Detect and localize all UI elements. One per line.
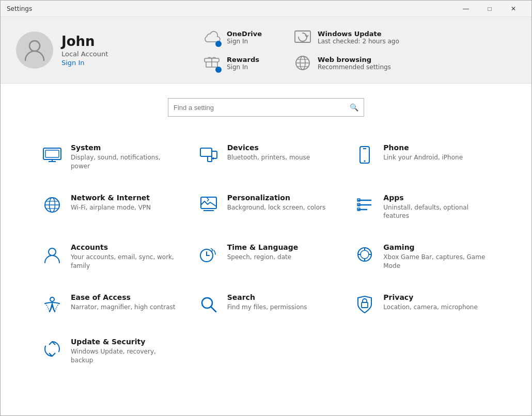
svg-rect-12 xyxy=(45,150,59,157)
privacy-text: Privacy Location, camera, microphone xyxy=(383,293,478,312)
rewards-info: Rewards Sign In xyxy=(227,56,259,71)
windows-update-status: Last checked: 2 hours ago xyxy=(318,38,399,45)
windows-update-info: Windows Update Last checked: 2 hours ago xyxy=(318,30,399,45)
settings-grid: System Display, sound, notifications, po… xyxy=(1,127,531,386)
search-text: Search Find my files, permissions xyxy=(227,293,307,312)
maximize-button[interactable]: □ xyxy=(478,1,502,17)
devices-title: Devices xyxy=(227,143,310,152)
settings-item-devices[interactable]: Devices Bluetooth, printers, mouse xyxy=(188,132,345,182)
accounts-text: Accounts Your accounts, email, sync, wor… xyxy=(71,243,178,270)
search-icon xyxy=(198,294,219,315)
settings-item-personalization[interactable]: Personalization Background, lock screen,… xyxy=(188,182,345,232)
service-item-onedrive[interactable]: OneDrive Sign In xyxy=(202,27,262,47)
phone-text: Phone Link your Android, iPhone xyxy=(383,143,463,162)
devices-text: Devices Bluetooth, printers, mouse xyxy=(227,143,310,162)
header-services: OneDrive Sign In Rewards xyxy=(202,27,516,73)
accounts-icon xyxy=(42,244,62,265)
network-title: Network & Internet xyxy=(71,194,151,202)
settings-item-phone[interactable]: Phone Link your Android, iPhone xyxy=(344,132,500,182)
search-input[interactable] xyxy=(174,104,350,111)
personalization-desc: Background, lock screen, colors xyxy=(227,203,326,212)
settings-item-apps[interactable]: Apps Uninstall, defaults, optional featu… xyxy=(344,182,500,232)
personalization-text: Personalization Background, lock screen,… xyxy=(227,194,326,212)
web-browsing-icon-wrap xyxy=(293,53,312,73)
time-desc: Speech, region, date xyxy=(227,253,299,262)
accounts-desc: Your accounts, email, sync, work, family xyxy=(71,253,178,270)
search-desc: Find my files, permissions xyxy=(227,303,307,312)
svg-rect-14 xyxy=(212,151,217,158)
avatar xyxy=(16,31,53,69)
onedrive-name: OneDrive xyxy=(227,30,262,38)
search-box: 🔍 xyxy=(168,98,364,117)
phone-desc: Link your Android, iPhone xyxy=(383,153,463,162)
settings-item-privacy[interactable]: Privacy Location, camera, microphone xyxy=(344,282,500,326)
profile-signin-link[interactable]: Sign In xyxy=(61,59,108,67)
service-item-web-browsing[interactable]: Web browsing Recommended settings xyxy=(293,53,399,73)
service-item-rewards[interactable]: Rewards Sign In xyxy=(202,53,262,73)
rewards-status: Sign In xyxy=(227,63,259,71)
web-browsing-info: Web browsing Recommended settings xyxy=(318,56,391,71)
profile-info: John Local Account Sign In xyxy=(61,34,108,67)
time-icon xyxy=(198,244,219,265)
close-button[interactable]: ✕ xyxy=(502,1,525,17)
gaming-icon xyxy=(354,244,375,265)
time-title: Time & Language xyxy=(227,243,299,251)
svg-point-19 xyxy=(364,161,366,162)
network-text: Network & Internet Wi-Fi, airplane mode,… xyxy=(71,194,151,212)
settings-item-time[interactable]: Time & Language Speech, region, date xyxy=(188,232,345,282)
ease-of-access-text: Ease of Access Narrator, magnifier, high… xyxy=(71,293,176,312)
svg-rect-13 xyxy=(200,148,212,156)
system-title: System xyxy=(71,143,178,152)
rewards-icon-wrap xyxy=(202,53,222,73)
settings-item-ease-of-access[interactable]: Ease of Access Narrator, magnifier, high… xyxy=(32,282,188,326)
web-browsing-name: Web browsing xyxy=(318,56,391,63)
windows-update-icon xyxy=(293,28,312,46)
svg-point-43 xyxy=(50,297,54,301)
onedrive-status: Sign In xyxy=(227,38,262,45)
network-icon xyxy=(42,195,62,215)
profile-account-type: Local Account xyxy=(61,50,108,58)
ease-of-access-title: Ease of Access xyxy=(71,293,176,301)
svg-point-0 xyxy=(29,41,40,51)
svg-line-45 xyxy=(211,307,216,312)
minimize-button[interactable]: — xyxy=(454,1,478,17)
gaming-title: Gaming xyxy=(383,243,490,251)
service-column-2: Windows Update Last checked: 2 hours ago xyxy=(293,27,399,73)
search-section: 🔍 xyxy=(1,84,531,127)
ease-of-access-icon xyxy=(42,294,62,315)
header-banner: John Local Account Sign In OneDrive Sign… xyxy=(1,17,531,84)
settings-item-search[interactable]: Search Find my files, permissions xyxy=(188,282,345,326)
apps-title: Apps xyxy=(383,194,490,202)
svg-point-38 xyxy=(361,250,369,259)
devices-icon xyxy=(198,145,219,165)
settings-item-system[interactable]: System Display, sound, notifications, po… xyxy=(32,132,188,182)
phone-title: Phone xyxy=(383,143,463,152)
profile-section: John Local Account Sign In xyxy=(16,31,181,69)
devices-desc: Bluetooth, printers, mouse xyxy=(227,153,310,162)
windows-update-name: Windows Update xyxy=(318,30,399,38)
settings-item-network[interactable]: Network & Internet Wi-Fi, airplane mode,… xyxy=(32,182,188,232)
gaming-desc: Xbox Game Bar, captures, Game Mode xyxy=(383,253,490,270)
time-text: Time & Language Speech, region, date xyxy=(227,243,299,262)
apps-text: Apps Uninstall, defaults, optional featu… xyxy=(383,194,490,221)
svg-rect-16 xyxy=(208,156,212,162)
settings-item-accounts[interactable]: Accounts Your accounts, email, sync, wor… xyxy=(32,232,188,282)
update-security-desc: Windows Update, recovery, backup xyxy=(71,347,178,365)
privacy-title: Privacy xyxy=(383,293,478,301)
svg-point-33 xyxy=(49,248,56,255)
app-title: Settings xyxy=(7,5,32,12)
service-column-1: OneDrive Sign In Rewards xyxy=(202,27,262,73)
service-item-windows-update[interactable]: Windows Update Last checked: 2 hours ago xyxy=(293,27,399,47)
gaming-text: Gaming Xbox Game Bar, captures, Game Mod… xyxy=(383,243,490,270)
settings-item-update-security[interactable]: Update & Security Windows Update, recove… xyxy=(32,326,188,376)
windows-update-icon-wrap xyxy=(293,27,312,47)
system-desc: Display, sound, notifications, power xyxy=(71,153,178,171)
phone-icon xyxy=(354,145,375,165)
titlebar: Settings — □ ✕ xyxy=(1,1,531,17)
apps-icon xyxy=(354,195,375,215)
ease-of-access-desc: Narrator, magnifier, high contrast xyxy=(71,303,176,312)
onedrive-status-dot xyxy=(215,41,222,47)
svg-rect-46 xyxy=(362,302,368,308)
settings-item-gaming[interactable]: Gaming Xbox Game Bar, captures, Game Mod… xyxy=(344,232,500,282)
accounts-title: Accounts xyxy=(71,243,178,251)
